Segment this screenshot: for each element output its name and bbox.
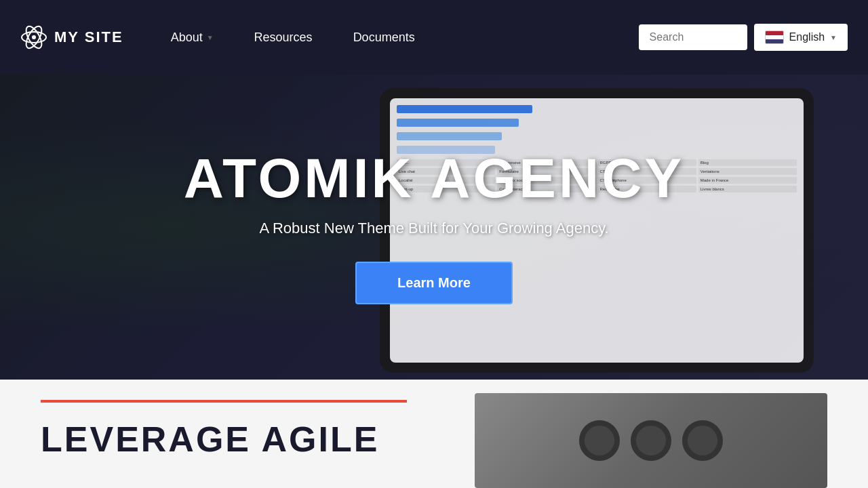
below-hero-left: LEVERAGE AGILE bbox=[41, 393, 448, 460]
nav-resources[interactable]: Resources bbox=[234, 24, 333, 52]
site-logo-text: MY SITE bbox=[54, 28, 123, 46]
chevron-down-icon: ▼ bbox=[830, 34, 837, 41]
monitor-shape-3 bbox=[682, 420, 723, 461]
monitor-shape-1 bbox=[579, 420, 620, 461]
section-title: LEVERAGE AGILE bbox=[41, 419, 448, 460]
language-label: English bbox=[789, 31, 825, 43]
monitor-shape-2 bbox=[631, 420, 671, 461]
navbar: MY SITE About ▼ Resources Documents Engl… bbox=[0, 0, 868, 75]
atom-icon bbox=[20, 24, 47, 51]
language-selector[interactable]: English ▼ bbox=[754, 24, 848, 51]
nav-links: About ▼ Resources Documents bbox=[151, 24, 639, 52]
red-accent-line bbox=[41, 400, 407, 403]
site-logo[interactable]: MY SITE bbox=[20, 24, 123, 51]
chevron-down-icon: ▼ bbox=[207, 34, 214, 41]
nav-right: English ▼ bbox=[639, 24, 848, 51]
flag-icon bbox=[765, 30, 784, 44]
learn-more-button[interactable]: Learn More bbox=[355, 262, 513, 304]
hero-section: Agit... Responsive RGPD Blog Live chat F… bbox=[0, 75, 868, 380]
hero-content: ATOMIK AGENCY A Robust New Theme Built f… bbox=[0, 150, 868, 304]
search-input[interactable] bbox=[639, 24, 747, 50]
nav-about[interactable]: About ▼ bbox=[151, 24, 234, 52]
image-placeholder bbox=[475, 393, 827, 488]
nav-documents[interactable]: Documents bbox=[333, 24, 435, 52]
below-hero-section: LEVERAGE AGILE bbox=[0, 380, 868, 488]
below-hero-image bbox=[475, 393, 827, 488]
svg-point-3 bbox=[32, 35, 36, 39]
hero-subtitle: A Robust New Theme Built for Your Growin… bbox=[0, 220, 868, 237]
hero-title: ATOMIK AGENCY bbox=[0, 150, 868, 206]
